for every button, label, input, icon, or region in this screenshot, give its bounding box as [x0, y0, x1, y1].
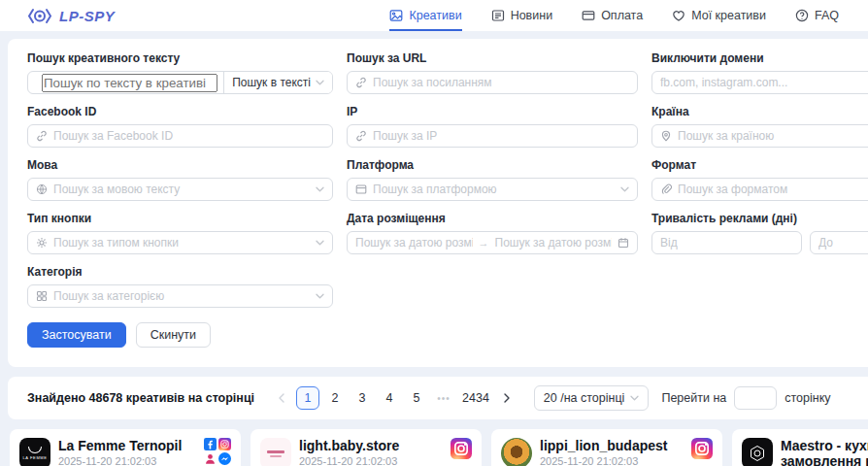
reset-button[interactable]: Скинути [136, 322, 211, 348]
audience-person-icon [204, 452, 217, 465]
image-icon [389, 9, 403, 22]
pagination-next-button[interactable] [496, 386, 519, 410]
filter-country: Країна [651, 105, 868, 148]
date-end-placeholder: Пошук за датою розміщення [495, 236, 613, 250]
instagram-icon [451, 438, 472, 459]
nav-tab-my-creatives[interactable]: Мої креативи [672, 0, 766, 31]
field-label: Дата розміщення [347, 212, 638, 225]
field-label: IP [347, 105, 638, 118]
duration-to-wrap [810, 231, 868, 254]
exclude-domains-input-wrap [651, 71, 868, 94]
filter-category: Категорія Пошук за категорією [27, 265, 333, 308]
filter-exclude-domains: Виключити домени [651, 51, 868, 94]
ip-input-wrap [347, 124, 638, 148]
arrow-right-icon: → [479, 237, 489, 249]
country-input[interactable] [678, 129, 868, 143]
card-networks [451, 438, 472, 466]
field-label: Мова [27, 158, 333, 172]
goto-page: Перейти на сторінку [661, 386, 830, 410]
duration-from-input[interactable] [660, 236, 793, 250]
language-select[interactable]: Пошук за мовою тексту [27, 178, 333, 201]
creative-card[interactable]: lippi_lion_budapest 2025-11-20 21:02:03 … [491, 429, 722, 466]
language-placeholder: Пошук за мовою тексту [53, 183, 310, 196]
chevron-down-icon [316, 240, 324, 246]
format-input-wrap [651, 178, 868, 201]
pagination-page-4[interactable]: 4 [378, 386, 401, 410]
creative-card[interactable]: LA FEMME La Femme Ternopil 2025-11-20 21… [10, 429, 241, 466]
link-icon [355, 77, 367, 88]
creatives-grid: LA FEMME La Femme Ternopil 2025-11-20 21… [10, 429, 868, 466]
link-icon [355, 130, 367, 142]
button-type-select[interactable]: Пошук за типом кнопки [27, 231, 333, 254]
heart-icon [672, 9, 685, 22]
filter-platform: Платформа Пошук за платформою [347, 158, 638, 201]
main-nav: Креативи Новини Оплата Мої креативи [389, 0, 839, 31]
date-range-picker[interactable]: Пошук за датою розміщення → Пошук за дат… [347, 231, 638, 254]
nav-label: FAQ [815, 9, 839, 22]
field-label: Пошук за URL [347, 51, 638, 65]
app-logo[interactable]: LP-SPY [27, 0, 115, 31]
ip-input[interactable] [373, 129, 629, 143]
pagination-page-5[interactable]: 5 [405, 386, 428, 410]
country-input-wrap [651, 124, 868, 148]
chevron-down-icon [620, 186, 629, 192]
news-icon [491, 9, 505, 22]
pagination-page-1[interactable]: 1 [296, 386, 319, 410]
field-label: Виключити домени [651, 51, 868, 65]
filter-ip: IP [347, 105, 638, 148]
nav-label: Новини [511, 9, 553, 22]
url-input[interactable] [373, 76, 629, 89]
field-label: Facebook ID [27, 105, 333, 118]
filter-url: Пошук за URL [347, 51, 638, 94]
goto-suffix: сторінку [785, 391, 830, 405]
question-circle-icon [795, 9, 809, 22]
page-size-select[interactable]: 20 /на сторінці [534, 385, 650, 411]
location-pin-icon [660, 130, 672, 142]
platform-placeholder: Пошук за платформою [373, 183, 615, 196]
exclude-domains-input[interactable] [660, 76, 868, 89]
pagination-page-3[interactable]: 3 [351, 386, 374, 410]
calendar-icon [618, 237, 629, 249]
filter-language: Мова Пошук за мовою тексту [27, 158, 333, 201]
card-title: light.baby.store [299, 438, 443, 453]
pagination-page-2[interactable]: 2 [323, 386, 347, 410]
goto-page-input[interactable] [734, 386, 777, 410]
card-avatar [260, 438, 291, 466]
hexagon-logo-icon [749, 445, 766, 462]
field-label: Платформа [347, 158, 638, 172]
mode-value: Пошук в тексті [232, 76, 311, 89]
creative-card[interactable]: Maestro - кухні, меб замовлення в Ужгор … [732, 429, 868, 466]
pagination-last-page[interactable]: 2434 [459, 386, 492, 410]
pagination-prev-button[interactable] [269, 386, 292, 410]
duration-to-input[interactable] [818, 236, 868, 250]
chevron-right-icon [504, 393, 511, 403]
credit-card-icon [582, 9, 595, 22]
nav-tab-faq[interactable]: FAQ [795, 0, 839, 31]
field-label: Тип кнопки [27, 212, 333, 225]
category-select[interactable]: Пошук за категорією [27, 284, 333, 308]
platform-select[interactable]: Пошук за платформою [347, 178, 638, 201]
card-date: 2025-11-20 21:02:03 [58, 455, 196, 466]
url-input-wrap [347, 71, 638, 94]
instagram-icon [218, 438, 231, 450]
card-title: La Femme Ternopil [58, 438, 196, 453]
nav-tab-payment[interactable]: Оплата [582, 0, 643, 31]
card-title: Maestro - кухні, меб замовлення в Ужгор [781, 438, 868, 466]
creative-card[interactable]: light.baby.store 2025-11-20 21:02:03 3 d… [250, 429, 482, 466]
field-label: Тривалість реклами (дні) [651, 212, 868, 225]
card-title: lippi_lion_budapest [540, 438, 684, 453]
nav-tab-creatives[interactable]: Креативи [389, 0, 461, 31]
pagination-ellipsis[interactable]: ••• [432, 386, 455, 410]
filter-button-type: Тип кнопки Пошук за типом кнопки [27, 212, 333, 254]
date-start-placeholder: Пошук за датою розміщення [355, 236, 473, 250]
platform-icon [355, 183, 367, 195]
card-networks [204, 438, 231, 466]
facebook-id-input[interactable] [53, 129, 324, 143]
field-label: Пошук креативного тексту [27, 51, 333, 65]
text-search-input[interactable] [42, 74, 217, 92]
text-search-mode-select[interactable]: Пошук в тексті [223, 72, 332, 93]
nav-label: Мої креативи [691, 9, 766, 22]
format-input[interactable] [678, 183, 868, 196]
nav-tab-news[interactable]: Новини [491, 0, 553, 31]
apply-button[interactable]: Застосувати [27, 322, 126, 348]
